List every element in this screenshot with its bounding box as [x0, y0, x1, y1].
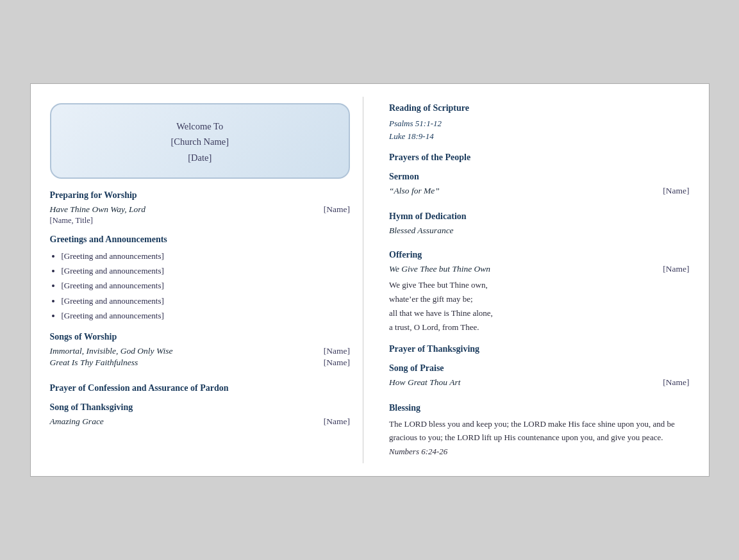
song2-name: [Name] — [324, 358, 350, 368]
list-item: [Greeting and announcements] — [62, 249, 351, 263]
list-item: [Greeting and announcements] — [62, 263, 351, 278]
thanksgiving-name: [Name] — [324, 416, 350, 427]
song1-title: Immortal, Invisible, God Only Wise — [50, 346, 173, 356]
offering-verse: We give Thee but Thine own, whate’er the… — [389, 278, 690, 334]
right-column: Reading of Scripture Psalms 51:1-12 Luke… — [376, 97, 696, 464]
welcome-line3: [Date] — [188, 152, 212, 163]
greetings-list: [Greeting and announcements] [Greeting a… — [62, 249, 351, 324]
greetings-header: Greetings and Announcements — [50, 235, 351, 245]
scripture-ref1: Psalms 51:1-12 Luke 18:9-14 — [389, 117, 690, 144]
thanksgiving-song: Amazing Grace — [50, 416, 104, 427]
hymn-header: Hymn of Dedication — [389, 211, 690, 222]
welcome-text: Welcome To [Church Name] [Date] — [64, 119, 336, 166]
sermon-row: “Also for Me” [Name] — [389, 186, 690, 196]
sermon-header: Sermon — [389, 172, 690, 182]
scripture-header: Reading of Scripture — [389, 103, 690, 113]
welcome-line2: [Church Name] — [170, 136, 229, 147]
offering-song-row: We Give Thee but Thine Own [Name] — [389, 264, 690, 274]
song-praise-title: How Great Thou Art — [389, 377, 460, 388]
songs-row1: Immortal, Invisible, God Only Wise [Name… — [50, 346, 351, 356]
confession-header: Prayer of Confession and Assurance of Pa… — [50, 383, 351, 393]
preparing-name: [Name] — [324, 204, 350, 215]
bulletin-page: Welcome To [Church Name] [Date] Preparin… — [30, 83, 710, 477]
blessing-text: The LORD bless you and keep you; the LOR… — [389, 417, 690, 445]
thanksgiving-header: Song of Thanksgiving — [50, 402, 351, 413]
thanksgiving-song-row: Amazing Grace [Name] — [50, 416, 351, 427]
songs-row2: Great Is Thy Faithfulness [Name] — [50, 358, 351, 368]
blessing-ref: Numbers 6:24-26 — [389, 447, 690, 457]
preparing-sublabel: [Name, Title] — [50, 216, 351, 226]
song-praise-name: [Name] — [663, 377, 689, 388]
list-item: [Greeting and announcements] — [62, 308, 351, 323]
song1-name: [Name] — [324, 346, 350, 356]
sermon-name: [Name] — [663, 186, 689, 196]
preparing-header: Preparing for Worship — [50, 190, 351, 201]
welcome-box: Welcome To [Church Name] [Date] — [50, 103, 351, 179]
divider — [363, 97, 376, 464]
offering-name: [Name] — [663, 264, 689, 274]
prayers-header: Prayers of the People — [389, 152, 690, 163]
preparing-song-row: Have Thine Own Way, Lord [Name] — [50, 204, 351, 215]
welcome-line1: Welcome To — [176, 121, 223, 131]
list-item: [Greeting and announcements] — [62, 293, 351, 308]
left-column: Welcome To [Church Name] [Date] Preparin… — [44, 97, 364, 464]
list-item: [Greeting and announcements] — [62, 278, 351, 293]
songs-header: Songs of Worship — [50, 332, 351, 342]
offering-song: We Give Thee but Thine Own — [389, 264, 490, 274]
hymn-song: Blessed Assurance — [389, 226, 690, 236]
sermon-title: “Also for Me” — [389, 186, 440, 196]
song-praise-header: Song of Praise — [389, 363, 690, 374]
offering-header: Offering — [389, 250, 690, 260]
preparing-song: Have Thine Own Way, Lord — [50, 204, 145, 215]
song-praise-row: How Great Thou Art [Name] — [389, 377, 690, 388]
blessing-header: Blessing — [389, 403, 690, 413]
song2-title: Great Is Thy Faithfulness — [50, 358, 138, 368]
prayer-thanks-header: Prayer of Thanksgiving — [389, 344, 690, 354]
